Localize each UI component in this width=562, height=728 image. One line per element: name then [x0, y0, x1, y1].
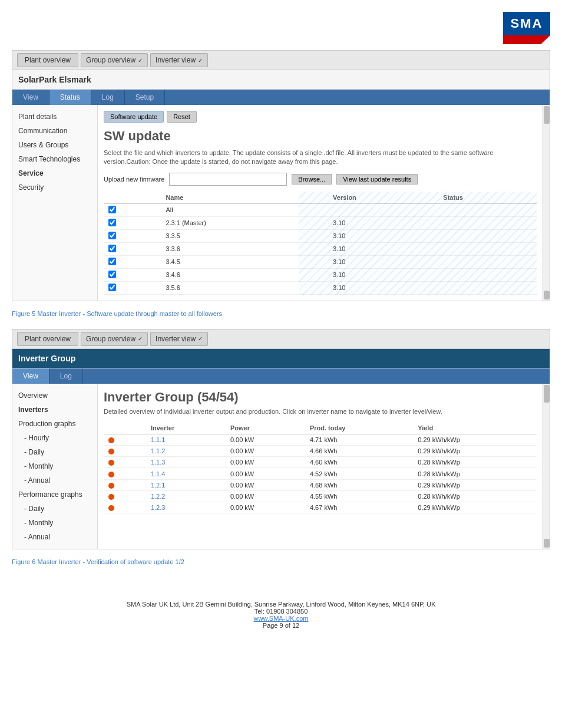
inv-row-prod-today: 4.71 kWh: [305, 434, 413, 446]
group-title: Inverter Group: [12, 349, 550, 368]
row-status: [438, 255, 537, 268]
inv-row-power: 0.00 kW: [226, 490, 305, 502]
inv-row-name[interactable]: 1.2.3: [146, 502, 226, 513]
tab2-log[interactable]: Log: [49, 368, 83, 384]
inv-row-status: [104, 457, 146, 468]
row-check[interactable]: [104, 268, 161, 281]
row-check[interactable]: [104, 242, 161, 255]
section2-sidebar: Overview Inverters Production graphs - H…: [12, 384, 98, 549]
table-row: 3.4.5 3.10: [104, 255, 537, 268]
nav-tab-plant-overview[interactable]: Plant overview: [17, 53, 78, 67]
nav2-tab-plant-overview[interactable]: Plant overview: [17, 332, 78, 346]
tab-setup[interactable]: Setup: [125, 90, 165, 105]
inv-row-status: [104, 468, 146, 479]
sidebar2-daily[interactable]: - Daily: [12, 445, 97, 459]
browse-button[interactable]: Browse...: [292, 174, 332, 185]
inv-row-power: 0.00 kW: [226, 468, 305, 479]
upload-label: Upload new firmware: [104, 176, 164, 183]
tab-log[interactable]: Log: [91, 90, 125, 105]
footer-page: Page 9 of 12: [12, 622, 550, 629]
inv-row-name[interactable]: 1.2.1: [146, 479, 226, 490]
sidebar2-inverters[interactable]: Inverters: [12, 403, 97, 417]
scrollbar-thumb1: [544, 106, 550, 124]
sidebar2-prod-graphs[interactable]: Production graphs: [12, 417, 97, 431]
table-row: 3.5.6 3.10: [104, 281, 537, 294]
row-check[interactable]: [104, 203, 161, 216]
row-status: [438, 229, 537, 242]
view-results-button[interactable]: View last update results: [336, 174, 418, 185]
row-check[interactable]: [104, 255, 161, 268]
sidebar2-perf-monthly[interactable]: - Monthly: [12, 516, 97, 530]
inv-row-prod-today: 4.66 kWh: [305, 446, 413, 457]
row-version: 3.10: [328, 229, 438, 242]
inverter-table: Inverter Power Prod. today Yield 1.1.1 0…: [104, 422, 537, 513]
sidebar-item-smart-tech[interactable]: Smart Technologies: [12, 152, 97, 166]
inverter-table-wrapper: Inverter Power Prod. today Yield 1.1.1 0…: [104, 422, 537, 513]
inv-row-name[interactable]: 1.1.3: [146, 457, 226, 468]
col-status: Status: [438, 192, 537, 204]
row-check[interactable]: [104, 281, 161, 294]
inv-row-yield: 0.28 kWh/kWp: [413, 490, 537, 502]
inv-row-prod-today: 4.60 kWh: [305, 457, 413, 468]
reset-button[interactable]: Reset: [167, 111, 197, 123]
plant-title: SolarPark Elsmark: [12, 70, 550, 90]
inv-row-power: 0.00 kW: [226, 434, 305, 446]
sidebar2-annual[interactable]: - Annual: [12, 473, 97, 487]
table-row: 3.3.6 3.10: [104, 242, 537, 255]
sidebar-item-users-groups[interactable]: Users & Groups: [12, 138, 97, 152]
tab-view[interactable]: View: [12, 90, 49, 105]
nav2-tab-group-overview[interactable]: Group overview ✓: [81, 332, 148, 346]
row-version: 3.10: [328, 216, 438, 229]
sidebar2-hourly[interactable]: - Hourly: [12, 431, 97, 445]
row-check[interactable]: [104, 229, 161, 242]
section1-tab-row: View Status Log Setup: [12, 90, 550, 105]
sma-logo-bar: [503, 35, 550, 44]
inv-row-power: 0.00 kW: [226, 446, 305, 457]
inv-row-yield: 0.28 kWh/kWp: [413, 468, 537, 479]
section1-sidebar: Plant details Communication Users & Grou…: [12, 105, 98, 301]
nav-tab-group-overview[interactable]: Group overview ✓: [81, 53, 148, 67]
table-row: All: [104, 203, 537, 216]
list-item: 1.2.3 0.00 kW 4.67 kWh 0.29 kWh/kWp: [104, 502, 537, 513]
inverter-group-title: Inverter Group (54/54): [104, 390, 537, 405]
sidebar-item-plant-details[interactable]: Plant details: [12, 110, 97, 124]
sidebar-item-security[interactable]: Security: [12, 180, 97, 195]
row-check[interactable]: [104, 216, 161, 229]
row-name: All: [161, 203, 328, 216]
sidebar2-monthly[interactable]: - Monthly: [12, 459, 97, 473]
inv-row-status: [104, 446, 146, 457]
inv-row-power: 0.00 kW: [226, 502, 305, 513]
table-row: 3.4.6 3.10: [104, 268, 537, 281]
table-row: 3.3.5 3.10: [104, 229, 537, 242]
inv-row-name[interactable]: 1.1.4: [146, 468, 226, 479]
col-check: [104, 192, 161, 204]
firmware-input[interactable]: [169, 173, 287, 186]
nav-tab-inverter-view[interactable]: Inverter view ✓: [150, 53, 208, 67]
inv-col-yield: Yield: [413, 422, 537, 434]
footer-website-link[interactable]: www.SMA-UK.com: [254, 615, 309, 622]
section1-main: Software update Reset SW update Select t…: [98, 105, 543, 301]
row-version: 3.10: [328, 281, 438, 294]
sidebar2-overview[interactable]: Overview: [12, 388, 97, 403]
inverter-view-label: Inverter view: [156, 56, 196, 64]
inv-row-prod-today: 4.52 kWh: [305, 468, 413, 479]
scrollbar2[interactable]: [543, 384, 550, 549]
nav2-tab-inverter-view[interactable]: Inverter view ✓: [150, 332, 208, 346]
inv-row-yield: 0.29 kWh/kWp: [413, 479, 537, 490]
row-version: 3.10: [328, 255, 438, 268]
sidebar2-perf-daily[interactable]: - Daily: [12, 502, 97, 516]
figure6-caption: Figure 6 Master Inverter - Verification …: [12, 558, 550, 565]
inv-row-name[interactable]: 1.1.1: [146, 434, 226, 446]
software-update-button[interactable]: Software update: [104, 111, 164, 123]
tab-status[interactable]: Status: [49, 90, 91, 105]
inv-row-name[interactable]: 1.1.2: [146, 446, 226, 457]
sidebar2-perf-annual[interactable]: - Annual: [12, 530, 97, 544]
tab2-view[interactable]: View: [12, 368, 49, 384]
inv-row-prod-today: 4.67 kWh: [305, 502, 413, 513]
inverter-view2-chevron: ✓: [198, 335, 203, 342]
inv-row-name[interactable]: 1.2.2: [146, 490, 226, 502]
sidebar2-perf-graphs[interactable]: Performance graphs: [12, 487, 97, 502]
sidebar-item-communication[interactable]: Communication: [12, 124, 97, 138]
scrollbar1[interactable]: [543, 105, 550, 301]
sidebar-item-service[interactable]: Service: [12, 166, 97, 180]
